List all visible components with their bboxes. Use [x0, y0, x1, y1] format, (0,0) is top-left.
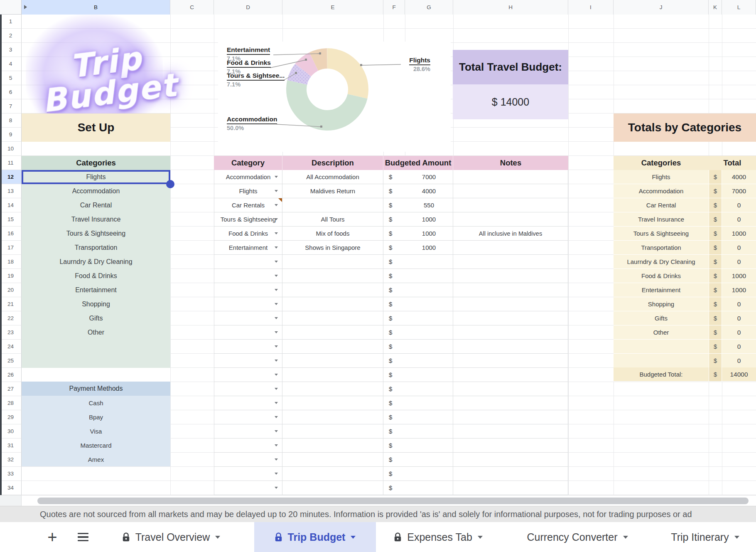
dropdown-caret-icon[interactable]	[275, 374, 278, 376]
expense-description-cell[interactable]	[282, 396, 383, 410]
expense-category-cell[interactable]	[214, 481, 282, 495]
row-header-8[interactable]: 8	[0, 113, 22, 128]
scrollbar-thumb[interactable]	[37, 498, 749, 504]
row-header-10[interactable]: 10	[0, 142, 22, 156]
expense-description-cell[interactable]	[282, 325, 383, 340]
totals-currency-cell[interactable]: $	[709, 241, 722, 255]
donut-slice-flights[interactable]	[327, 48, 368, 99]
category-item-food-drinks[interactable]: Food & Drinks	[22, 269, 170, 283]
dropdown-caret-icon[interactable]	[275, 360, 278, 362]
expense-description-cell[interactable]	[282, 467, 383, 481]
expense-category-cell[interactable]: Accommodation	[214, 170, 282, 184]
expense-amount-cell[interactable]: $	[383, 481, 453, 495]
expense-description-cell[interactable]	[282, 297, 383, 311]
totals-value-cell[interactable]: 7000	[722, 184, 756, 198]
expense-amount-cell[interactable]: $	[383, 382, 453, 396]
expense-notes-cell[interactable]	[453, 241, 568, 255]
expense-amount-cell[interactable]: $	[383, 453, 453, 467]
column-header-H[interactable]: H	[453, 0, 568, 15]
column-header-G[interactable]: G	[405, 0, 453, 15]
dropdown-caret-icon[interactable]	[275, 331, 278, 333]
payment-method-visa[interactable]: Visa	[22, 424, 170, 438]
payment-method-bpay[interactable]: Bpay	[22, 410, 170, 424]
totals-category-cell[interactable]: Entertainment	[614, 283, 709, 297]
dropdown-caret-icon[interactable]	[275, 275, 278, 277]
total-travel-budget-box[interactable]: Total Travel Budget: $ 14000	[453, 50, 568, 119]
row-header-13[interactable]: 13	[0, 184, 22, 198]
totals-currency-cell[interactable]: $	[709, 325, 722, 340]
expense-category-cell[interactable]	[214, 439, 282, 453]
totals-value-cell[interactable]: 4000	[722, 170, 756, 184]
header-notes[interactable]: Notes	[453, 156, 568, 170]
row-header-16[interactable]: 16	[0, 227, 22, 241]
dropdown-caret-icon[interactable]	[275, 402, 278, 404]
row-header-29[interactable]: 29	[0, 410, 22, 424]
column-header-F[interactable]: F	[383, 0, 405, 15]
row-header-3[interactable]: 3	[0, 43, 22, 57]
expense-notes-cell[interactable]	[453, 255, 568, 269]
expense-amount-cell[interactable]: $	[383, 410, 453, 424]
expense-description-cell[interactable]	[282, 410, 383, 424]
row-header-23[interactable]: 23	[0, 325, 22, 340]
dropdown-caret-icon[interactable]	[275, 416, 278, 418]
budget-box-amount[interactable]: $ 14000	[453, 84, 568, 119]
expense-notes-cell[interactable]	[453, 198, 568, 212]
expense-category-cell[interactable]	[214, 453, 282, 467]
dropdown-caret-icon[interactable]	[275, 176, 278, 178]
expense-amount-cell[interactable]: $	[383, 311, 453, 325]
expense-notes-cell[interactable]	[453, 424, 568, 439]
expense-notes-cell[interactable]: All inclusive in Maldives	[453, 227, 568, 241]
totals-category-cell[interactable]: Flights	[614, 170, 709, 184]
dropdown-caret-icon[interactable]	[275, 232, 278, 234]
expense-notes-cell[interactable]	[453, 311, 568, 325]
totals-value-cell[interactable]: 0	[722, 311, 756, 325]
dropdown-caret-icon[interactable]	[275, 218, 278, 220]
totals-value-cell[interactable]: 1000	[722, 269, 756, 283]
expense-description-cell[interactable]	[282, 424, 383, 439]
budgeted-total-value[interactable]: 14000	[722, 367, 756, 382]
expense-notes-cell[interactable]	[453, 297, 568, 311]
totals-currency-cell[interactable]: $	[709, 269, 722, 283]
dropdown-caret-icon[interactable]	[275, 317, 278, 319]
totals-currency-cell[interactable]: $	[709, 297, 722, 311]
sheet-tab-travel-overview[interactable]: Travel Overview	[109, 522, 233, 552]
expense-category-cell[interactable]	[214, 467, 282, 481]
expense-amount-cell[interactable]: $1000	[383, 241, 453, 255]
category-item-car-rental[interactable]: Car Rental	[22, 198, 170, 212]
expense-category-cell[interactable]: Flights	[214, 184, 282, 198]
all-sheets-menu-icon[interactable]	[71, 522, 95, 552]
totals-category-cell[interactable]: Laurndry & Dry Cleaning	[614, 255, 709, 269]
expense-category-cell[interactable]: Food & Drinks	[214, 227, 282, 241]
row-header-18[interactable]: 18	[0, 255, 22, 269]
expense-amount-cell[interactable]: $	[383, 325, 453, 340]
row-header-12[interactable]: 12	[0, 170, 22, 184]
payment-method-mastercard[interactable]: Mastercard	[22, 438, 170, 452]
totals-header-total[interactable]: Total	[709, 156, 756, 170]
dropdown-caret-icon[interactable]	[275, 430, 278, 432]
expense-description-cell[interactable]	[282, 311, 383, 325]
row-header-19[interactable]: 19	[0, 269, 22, 283]
row-header-7[interactable]: 7	[0, 99, 22, 113]
expense-amount-cell[interactable]: $	[383, 340, 453, 354]
totals-currency-cell[interactable]: $	[709, 354, 722, 368]
dropdown-caret-icon[interactable]	[275, 487, 278, 489]
chevron-down-icon[interactable]	[351, 536, 356, 539]
expense-description-cell[interactable]	[282, 368, 383, 382]
dropdown-caret-icon[interactable]	[275, 190, 278, 192]
select-all-corner[interactable]	[0, 0, 22, 15]
budget-donut-chart[interactable]: Entertainment 7.1% Food & Drinks 7.1% To…	[218, 42, 451, 152]
expense-description-cell[interactable]	[282, 255, 383, 269]
expense-notes-cell[interactable]	[453, 410, 568, 424]
totals-value-cell[interactable]: 0	[722, 255, 756, 269]
totals-value-cell[interactable]: 0	[722, 212, 756, 227]
expense-notes-cell[interactable]	[453, 325, 568, 340]
row-header-6[interactable]: 6	[0, 85, 22, 99]
totals-currency-cell[interactable]: $	[709, 170, 722, 184]
expense-notes-cell[interactable]	[453, 481, 568, 495]
column-header-I[interactable]: I	[568, 0, 614, 15]
totals-currency-cell[interactable]: $	[709, 283, 722, 297]
category-item-transportation[interactable]: Transportation	[22, 241, 170, 255]
row-header-9[interactable]: 9	[0, 128, 22, 142]
column-header-K[interactable]: K	[709, 0, 722, 15]
expense-amount-cell[interactable]: $4000	[383, 184, 453, 198]
